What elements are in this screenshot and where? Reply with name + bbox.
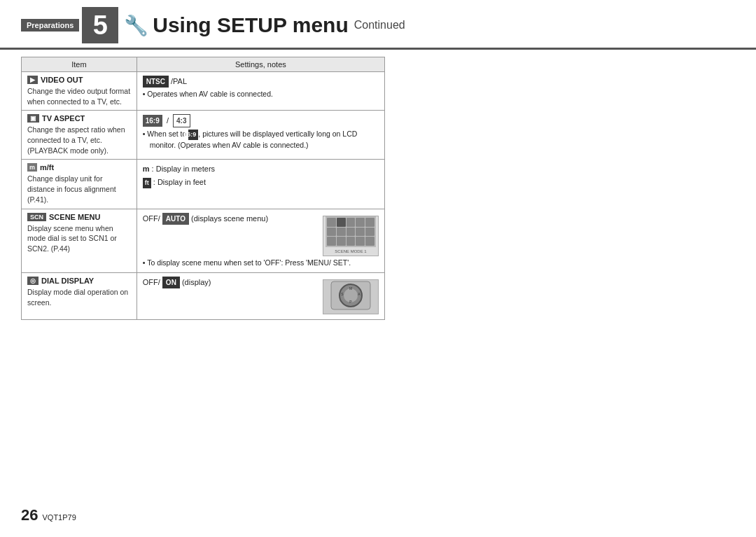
- inline-169-badge: 16:9: [188, 130, 198, 140]
- on-badge: ON: [162, 277, 180, 288]
- video-out-desc: Change the video output format when conn…: [27, 86, 131, 106]
- video-out-bullet: • Operates when AV cable is connected.: [143, 89, 379, 99]
- video-out-label: VIDEO OUT: [41, 76, 83, 84]
- settings-cell-scene-menu: SCENE MODE 1 OFF/ AUTO (displays scene m…: [136, 209, 384, 273]
- dial-display-image: M A P S: [323, 279, 379, 314]
- scene-icon: SCN: [27, 213, 46, 221]
- feet-setting: ft : Display in feet: [143, 176, 379, 189]
- pal-label: /PAL: [171, 77, 187, 85]
- main-content: Item Settings, notes ▶ VIDEO OUT Change …: [0, 57, 756, 320]
- scene-menu-label: SCENE MENU: [49, 213, 100, 221]
- auto-badge: AUTO: [162, 213, 189, 225]
- tv-aspect-bullet: • When set to 16:9, pictures will be dis…: [143, 129, 379, 150]
- preparations-label: Preparations: [21, 19, 79, 32]
- settings-cell-mft: m : Display in meters ft : Display in fe…: [136, 160, 384, 209]
- col-settings-header: Settings, notes: [136, 57, 384, 72]
- item-title-mft: m m/ft: [27, 163, 131, 172]
- section-number: 5: [82, 7, 118, 43]
- dial-display-desc: Display mode dial operation on screen.: [27, 287, 131, 307]
- item-title-video-out: ▶ VIDEO OUT: [27, 76, 131, 84]
- scene-menu-image: SCENE MODE 1: [323, 216, 379, 256]
- scene-menu-bullet: • To display scene menu when set to 'OFF…: [143, 258, 379, 268]
- continued-label: Continued: [354, 19, 405, 32]
- wrench-icon: 🔧: [124, 14, 148, 37]
- ntsc-badge: NTSC: [143, 76, 169, 88]
- item-cell-dial-display: ◎ DIAL DISPLAY Display mode dial operati…: [22, 273, 137, 320]
- page-footer: 26 VQT1P79: [21, 506, 76, 524]
- settings-cell-video-out: NTSC /PAL • Operates when AV cable is co…: [136, 72, 384, 111]
- page-title: Using SETUP menu: [153, 13, 349, 37]
- table-row: ▶ VIDEO OUT Change the video output form…: [22, 72, 385, 111]
- settings-cell-dial-display: M A P S OFF/ ON (display): [136, 273, 384, 320]
- off-label-dial: OFF/: [143, 278, 162, 286]
- mft-desc: Change display unit for distance in focu…: [27, 174, 131, 204]
- dial-display-label: DIAL DISPLAY: [41, 277, 94, 285]
- table-row: ◎ DIAL DISPLAY Display mode dial operati…: [22, 273, 385, 320]
- col-item-header: Item: [22, 57, 137, 72]
- item-cell-video-out: ▶ VIDEO OUT Change the video output form…: [22, 72, 137, 111]
- item-cell-mft: m m/ft Change display unit for distance …: [22, 160, 137, 209]
- ratio-43-badge: 4:3: [173, 114, 190, 127]
- scene-menu-setting: SCENE MODE 1 OFF/ AUTO (displays scene m…: [143, 213, 379, 256]
- meters-setting: m : Display in meters: [143, 163, 379, 175]
- dial-setting-desc: (display): [182, 278, 211, 286]
- item-cell-tv-aspect: ▣ TV ASPECT Change the aspect ratio when…: [22, 111, 137, 160]
- table-row: SCN SCENE MENU Display scene menu when m…: [22, 209, 385, 273]
- ratio-169-badge: 16:9: [143, 115, 162, 127]
- table-row: ▣ TV ASPECT Change the aspect ratio when…: [22, 111, 385, 160]
- video-out-icon: ▶: [27, 76, 38, 84]
- item-title-dial-display: ◎ DIAL DISPLAY: [27, 277, 131, 285]
- scene-setting-desc: (displays scene menu): [191, 214, 268, 223]
- dial-icon: ◎: [27, 277, 38, 285]
- video-out-setting: NTSC /PAL: [143, 76, 379, 88]
- dial-display-setting: M A P S OFF/ ON (display): [143, 277, 379, 314]
- mft-label: m/ft: [40, 163, 54, 172]
- m-desc: : Display in meters: [152, 165, 215, 173]
- table-row: m m/ft Change display unit for distance …: [22, 160, 385, 209]
- m-indicator: m: [143, 165, 150, 173]
- tv-aspect-setting: 16:9 / 4:3: [143, 114, 379, 127]
- ft-badge: ft: [143, 178, 151, 189]
- settings-table: Item Settings, notes ▶ VIDEO OUT Change …: [21, 57, 385, 320]
- settings-cell-tv-aspect: 16:9 / 4:3 • When set to 16:9, pictures …: [136, 111, 384, 160]
- tv-aspect-label: TV ASPECT: [42, 114, 85, 123]
- tv-aspect-desc: Change the aspect ratio when connected t…: [27, 125, 131, 155]
- mft-icon: m: [27, 163, 37, 172]
- svg-text:M: M: [349, 286, 352, 291]
- page-header: Preparations 5 🔧 Using SETUP menu Contin…: [0, 0, 756, 50]
- product-code: VQT1P79: [42, 513, 76, 522]
- item-title-scene-menu: SCN SCENE MENU: [27, 213, 131, 221]
- off-label-scene: OFF/: [143, 214, 162, 223]
- item-title-tv-aspect: ▣ TV ASPECT: [27, 114, 131, 123]
- scene-menu-desc: Display scene menu when mode dial is set…: [27, 223, 131, 254]
- ft-desc: : Display in feet: [153, 178, 206, 186]
- tv-aspect-icon: ▣: [27, 114, 39, 123]
- page-number: 26: [21, 506, 38, 524]
- item-cell-scene-menu: SCN SCENE MENU Display scene menu when m…: [22, 209, 137, 273]
